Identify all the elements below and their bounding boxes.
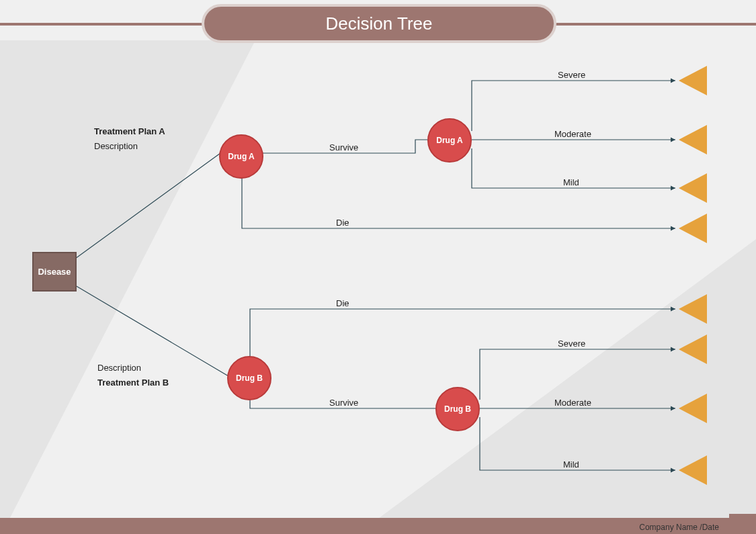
plan-a-out-severe: Severe <box>558 70 585 80</box>
plan-a-title: Treatment Plan A <box>94 126 165 136</box>
plan-b-out-mild: Mild <box>563 459 579 470</box>
plan-b-node-2: Drug B <box>435 387 480 431</box>
plan-b-edge-survive: Survive <box>329 398 358 408</box>
plan-a-edge-die: Die <box>336 218 349 228</box>
terminal-triangle <box>679 294 707 324</box>
plan-a-edge-survive: Survive <box>329 142 358 152</box>
plan-a-desc: Description <box>94 141 138 151</box>
terminal-triangle <box>679 455 707 485</box>
plan-b-out-moderate: Moderate <box>554 398 591 408</box>
terminal-triangle <box>679 125 707 154</box>
diagram-title: Decision Tree <box>202 4 556 43</box>
tree-connectors <box>0 0 756 534</box>
plan-b-out-severe: Severe <box>558 339 585 349</box>
terminal-triangle <box>679 335 707 364</box>
terminal-triangle <box>679 394 707 423</box>
plan-a-node-1: Drug A <box>219 134 263 179</box>
terminal-triangle <box>679 173 707 203</box>
plan-a-out-moderate: Moderate <box>554 129 591 139</box>
footer-tab <box>729 514 756 534</box>
footer-label: Company Name /Date <box>639 523 719 532</box>
root-node-disease: Disease <box>32 252 77 292</box>
plan-a-node-2: Drug A <box>427 118 472 163</box>
terminal-triangle <box>679 66 707 95</box>
plan-b-edge-die: Die <box>336 298 349 308</box>
plan-b-title: Treatment Plan B <box>97 377 169 388</box>
plan-a-out-mild: Mild <box>563 177 579 187</box>
terminal-triangle <box>679 214 707 243</box>
plan-b-node-1: Drug B <box>227 356 271 400</box>
svg-line-0 <box>75 153 220 259</box>
plan-b-desc: Description <box>97 363 141 373</box>
